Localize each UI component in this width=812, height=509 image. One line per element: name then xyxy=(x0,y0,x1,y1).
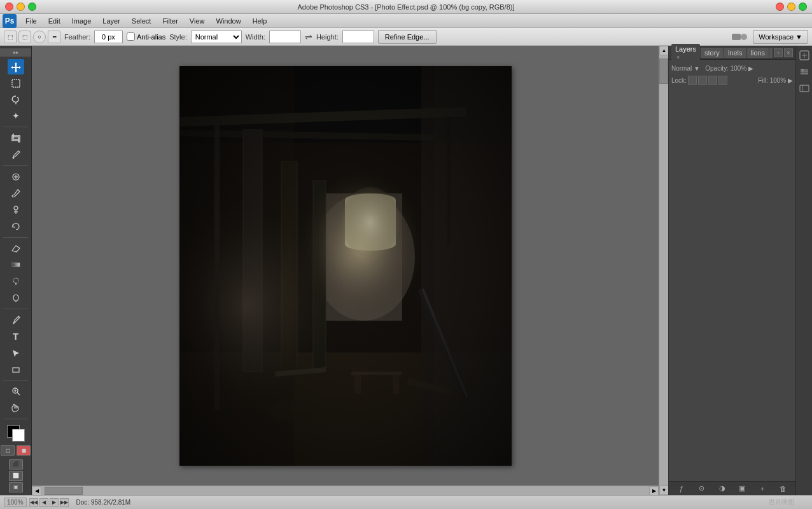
width-input[interactable] xyxy=(269,31,301,43)
status-fwd-button[interactable]: ▶ xyxy=(50,498,59,507)
add-layer-button[interactable]: + xyxy=(757,484,767,494)
pen-tool-button[interactable] xyxy=(8,312,24,328)
shape-icon xyxy=(11,365,21,375)
path-select-button[interactable] xyxy=(8,345,24,361)
menu-edit[interactable]: Edit xyxy=(43,16,66,26)
channels-tab[interactable]: lnels xyxy=(724,48,746,58)
dodge-tool-button[interactable] xyxy=(8,290,24,305)
add-group-button[interactable]: ▣ xyxy=(737,484,747,494)
history-brush-button[interactable] xyxy=(8,219,24,234)
magic-wand-button[interactable]: ✦ xyxy=(8,109,24,124)
scroll-left-button[interactable]: ◀ xyxy=(32,486,41,496)
menu-window[interactable]: Window xyxy=(211,16,246,26)
workspace-button[interactable]: Workspace ▼ xyxy=(753,30,808,44)
refine-edge-button[interactable]: Refine Edge... xyxy=(378,30,437,44)
far-tool-2[interactable] xyxy=(797,65,811,79)
scroll-right-button[interactable]: ▶ xyxy=(649,486,659,496)
delete-layer-button[interactable]: 🗑 xyxy=(778,484,788,494)
healing-brush-button[interactable] xyxy=(8,169,24,185)
fullscreen-button[interactable]: ⬛ xyxy=(9,459,23,470)
menu-select[interactable]: Select xyxy=(127,16,157,26)
status-next-button[interactable]: ▶▶ xyxy=(60,498,69,507)
shape-tool-button[interactable] xyxy=(8,362,24,377)
actions-tab[interactable]: lions xyxy=(747,48,769,58)
move-tool-button[interactable] xyxy=(8,59,24,74)
status-back-button[interactable]: ◀ xyxy=(39,498,48,507)
lasso-tool-button[interactable] xyxy=(8,92,24,108)
scrollbar-v[interactable]: ▲ ▼ xyxy=(659,46,668,495)
svg-point-50 xyxy=(801,69,804,71)
feather-input[interactable] xyxy=(94,31,123,43)
far-tool-1[interactable] xyxy=(797,48,811,62)
layers-tab-close[interactable]: × xyxy=(676,54,680,60)
min-button-right[interactable] xyxy=(787,3,795,11)
history-tab[interactable]: story xyxy=(701,48,724,58)
max-button-right[interactable] xyxy=(799,3,807,11)
eyedropper-button[interactable] xyxy=(8,147,24,162)
fullscreen-clean-button[interactable]: ▣ xyxy=(9,482,23,492)
color-picker[interactable] xyxy=(7,425,25,442)
standard-mode-button[interactable]: ◻ xyxy=(1,445,15,456)
status-zoom[interactable]: 100% xyxy=(4,498,27,507)
scrollbar-h[interactable]: ◀ ▶ xyxy=(32,485,659,495)
add-mask-button[interactable]: ⊙ xyxy=(697,484,707,494)
menu-view[interactable]: View xyxy=(185,16,210,26)
quick-mask-button[interactable]: ◼ xyxy=(17,445,31,456)
menu-file[interactable]: File xyxy=(20,16,42,26)
height-input[interactable] xyxy=(342,31,374,43)
blur-tool-button[interactable] xyxy=(8,274,24,289)
marquee-ellipse-icon[interactable]: ○ xyxy=(33,31,46,43)
anti-alias-checkbox[interactable] xyxy=(127,32,135,41)
hand-tool-button[interactable] xyxy=(8,400,24,415)
menu-image[interactable]: Image xyxy=(67,16,97,26)
panel-close-button[interactable]: × xyxy=(784,48,793,57)
toolbar-expand-icon[interactable]: ▸▸ xyxy=(13,50,18,55)
scroll-up-button[interactable]: ▲ xyxy=(659,46,669,55)
lock-position-button[interactable] xyxy=(708,76,717,85)
layers-tab[interactable]: Layers × xyxy=(671,44,700,62)
minimize-button[interactable] xyxy=(17,3,25,11)
style-select[interactable]: Normal Fixed Ratio Fixed Size xyxy=(191,31,242,43)
marquee-rect-icon[interactable]: ⬚ xyxy=(4,31,17,43)
scroll-down-button[interactable]: ▼ xyxy=(659,485,669,495)
scrollbar-h-thumb[interactable] xyxy=(45,487,83,495)
clone-stamp-button[interactable] xyxy=(8,202,24,218)
menu-help[interactable]: Help xyxy=(248,16,272,26)
scrollbar-h-track[interactable] xyxy=(41,486,649,496)
brush-preset-icon[interactable] xyxy=(730,30,749,44)
canvas-area[interactable] xyxy=(32,46,659,485)
add-fill-layer-button[interactable]: ◑ xyxy=(717,484,727,494)
menu-layer[interactable]: Layer xyxy=(97,16,125,26)
lock-all-button[interactable] xyxy=(718,76,727,85)
marquee-tool-button[interactable] xyxy=(8,76,24,91)
window-controls-right[interactable] xyxy=(776,3,807,11)
close-button[interactable] xyxy=(5,3,13,11)
brush-tool-button[interactable] xyxy=(8,186,24,201)
marquee-single-row-icon[interactable]: ━ xyxy=(48,31,60,43)
maximize-button[interactable] xyxy=(28,3,36,11)
gradient-tool-button[interactable] xyxy=(8,257,24,272)
canvas-wrapper xyxy=(179,66,512,466)
type-tool-button[interactable]: T xyxy=(8,329,24,344)
menu-filter[interactable]: Filter xyxy=(157,16,183,26)
far-tool-3[interactable] xyxy=(797,81,811,95)
fullscreen-menu-button[interactable]: ⬜ xyxy=(9,471,23,481)
lock-image-button[interactable] xyxy=(698,76,707,85)
panel-restore-button[interactable]: ▫ xyxy=(774,48,783,57)
add-layer-style-button[interactable]: ƒ xyxy=(676,484,687,494)
mask-mode-row: ◻ ◼ xyxy=(1,445,31,456)
marquee-rounded-icon[interactable]: ⬚ xyxy=(18,31,31,43)
lock-transparent-button[interactable] xyxy=(688,76,697,85)
eraser-button[interactable] xyxy=(8,241,24,256)
scrollbar-track[interactable] xyxy=(659,55,668,485)
status-prev-button[interactable]: ◀◀ xyxy=(29,498,38,507)
menu-bar: Ps File Edit Image Layer Select Filter V… xyxy=(0,14,812,28)
swap-icon[interactable]: ⇌ xyxy=(305,32,312,42)
background-color[interactable] xyxy=(12,429,25,442)
scrollbar-thumb[interactable] xyxy=(659,59,668,84)
paths-tab[interactable]: laths xyxy=(769,48,773,58)
close-button-right[interactable] xyxy=(776,3,784,11)
window-controls-left[interactable] xyxy=(5,3,36,11)
zoom-tool-button[interactable] xyxy=(8,384,24,400)
crop-tool-button[interactable] xyxy=(8,130,24,146)
